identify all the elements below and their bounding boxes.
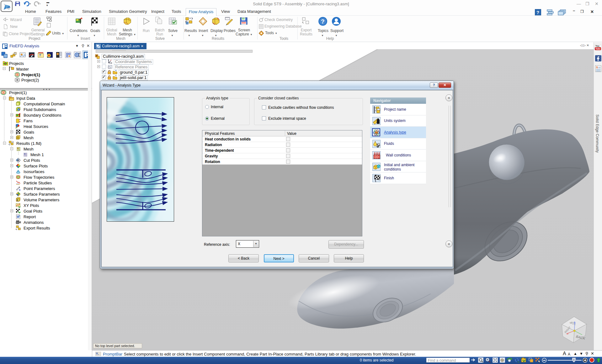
svg-text:?: ? bbox=[39, 53, 41, 57]
svg-text:▾: ▾ bbox=[29, 2, 31, 5]
svg-text:?: ? bbox=[321, 18, 325, 25]
svg-text:S: S bbox=[596, 66, 598, 69]
svg-text:Σ: Σ bbox=[17, 198, 19, 202]
svg-text:You: You bbox=[595, 45, 599, 47]
svg-text:▾: ▾ bbox=[40, 2, 41, 5]
svg-text:W: W bbox=[17, 215, 20, 219]
svg-text:Tube: Tube bbox=[595, 48, 600, 50]
svg-text:z: z bbox=[110, 59, 112, 61]
svg-text:S: S bbox=[17, 193, 19, 196]
svg-text:?: ? bbox=[536, 10, 539, 15]
